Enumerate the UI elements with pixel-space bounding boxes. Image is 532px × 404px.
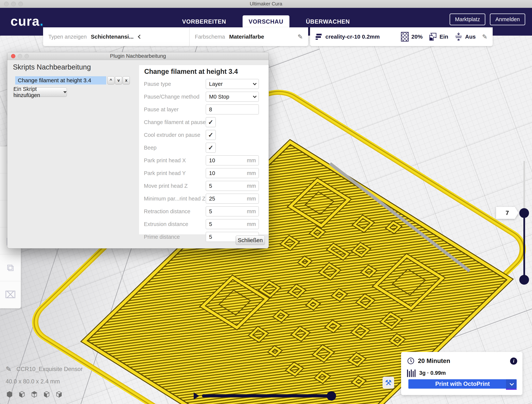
scripts-section-heading: Skripts Nachbearbeitung [13,63,91,71]
close-window-icon[interactable] [4,2,9,6]
setting-label: Pause at layer [144,106,206,113]
setting-unit: mm [247,183,256,189]
qr-module [390,334,405,346]
setting-input[interactable]: 10mm [206,168,259,178]
layer-slider-range[interactable] [523,213,525,280]
tab-vorbereiten[interactable]: VORBEREITEN [176,15,232,28]
qr-module [288,285,305,298]
timeline-handle[interactable] [327,391,336,401]
setting-label: Park print head X [144,157,206,164]
setting-checkbox[interactable]: ✓ [206,130,216,140]
setting-row: Beep✓ [144,143,264,153]
dialog-minimize-icon[interactable] [18,54,22,58]
remove-script-button[interactable]: x [123,76,130,84]
tool-button[interactable]: ⧉ [0,254,21,281]
qr-module [298,257,311,267]
setting-row: Minimum par...rint head Z25mm [144,193,264,204]
print-with-octoprint-button[interactable]: Print with OctoPrint [408,379,517,389]
setting-label: Extrusion distance [144,221,206,227]
view-type-selector[interactable]: Typen anzeigen Schichtenansi... [43,27,189,46]
clock-icon [407,357,415,365]
setting-label: Move print head Z [144,183,206,189]
view-top-icon[interactable] [30,390,38,399]
octoprint-settings-button[interactable]: ⚒ [382,377,394,389]
setting-input[interactable]: 25mm [206,193,259,204]
qr-finder-pattern [373,254,444,310]
play-button[interactable] [194,392,199,399]
setting-unit: mm [247,208,256,215]
setting-label: Minimum par...rint head Z [144,196,206,202]
marketplace-button[interactable]: Marktplatz [450,13,486,25]
print-settings-panel[interactable]: creality-cr-10 0.2mm 20% Ein [310,27,493,46]
setting-checkbox[interactable]: ✓ [206,117,216,127]
setting-row: Pause typeLayer [144,79,264,89]
qr-finder-core [306,192,333,214]
add-script-dropdown[interactable]: Ein Skript hinzufügen [13,88,67,97]
qr-module [348,353,365,366]
info-icon[interactable]: i [510,358,517,365]
qr-module [352,377,365,387]
setting-input[interactable]: 5mm [206,219,259,229]
qr-module [273,310,288,322]
tool-button[interactable]: ⌧ [0,281,21,308]
qr-module [249,327,268,342]
path-timeline-slider[interactable] [202,394,332,398]
setting-value: 25 [209,196,215,202]
qr-finder-pattern [288,178,351,227]
qr-module [332,289,347,301]
setting-input[interactable]: 5mm [206,206,259,216]
qr-module [286,363,303,376]
color-scheme-selector[interactable]: Farbschema Materialfarbe ✎ [190,27,308,46]
setting-row: Pause/Change methodM0 Stop [144,92,264,102]
window-title: Ultimaker Cura [250,1,282,7]
qr-module [292,327,310,341]
tab-vorschau[interactable]: VORSCHAU [243,15,289,28]
setting-checkbox[interactable]: ✓ [206,143,216,153]
zoom-window-icon[interactable] [18,2,23,6]
setting-input[interactable]: 10mm [206,155,259,166]
dialog-title: Plugin Nachbearbeitung [110,53,166,59]
setting-label: Prime distance [144,234,206,240]
layer-slider-bottom-handle[interactable] [519,275,529,285]
cura-application-window: ⤢↻⇔▥⧉⌧ Ultimaker Cura cura. VORBEREITENV… [0,0,532,404]
setting-dropdown[interactable]: Layer [206,79,259,89]
edit-pencil-icon[interactable]: ✎ [298,33,303,40]
tab-überwachen[interactable]: ÜBERWACHEN [300,15,356,28]
layer-slider-top-handle[interactable] [519,208,529,218]
dropdown-arrow-icon [63,91,67,93]
view-right-icon[interactable] [55,390,63,399]
rename-model-icon[interactable]: ✎ [6,365,12,373]
qr-module [281,236,299,250]
setting-input[interactable]: 8 [206,104,259,115]
script-settings-panel: Change filament at height 3.4 Pause type… [139,65,269,235]
setting-label: Retraction distance [144,208,206,215]
dialog-titlebar[interactable]: Plugin Nachbearbeitung [7,52,269,60]
setting-label: Cool extruder on pause [144,132,206,138]
view-front-icon[interactable] [18,390,26,399]
qr-module [306,299,320,310]
chevron-left-icon[interactable] [138,35,142,39]
dialog-zoom-icon[interactable] [25,54,29,58]
adhesion-icon [455,32,462,41]
print-options-chevron-button[interactable] [506,379,517,389]
move-script-down-button[interactable]: v [115,76,122,84]
minimize-window-icon[interactable] [11,2,16,6]
close-dialog-button[interactable]: Schließen [236,236,265,245]
script-list-item[interactable]: Change filament at height 3.4 [15,76,106,84]
edit-printer-settings-icon[interactable]: ✎ [482,33,488,40]
setting-input[interactable]: 5mm [206,181,259,191]
setting-value: 8 [209,106,212,113]
adhesion-value: Aus [465,33,476,40]
setting-unit: mm [247,196,256,202]
chevron-down-icon [253,82,257,85]
view-3d-icon[interactable] [5,390,14,399]
color-scheme-value: Materialfarbe [229,33,264,40]
qr-finder-pattern [200,276,269,329]
view-left-icon[interactable] [42,390,51,399]
setting-value: M0 Stop [209,94,229,100]
signin-button[interactable]: Anmelden [490,13,525,25]
move-script-up-button[interactable]: ^ [107,76,114,84]
qr-module [353,216,374,232]
dialog-close-icon[interactable] [11,54,15,58]
setting-dropdown[interactable]: M0 Stop [206,92,259,102]
